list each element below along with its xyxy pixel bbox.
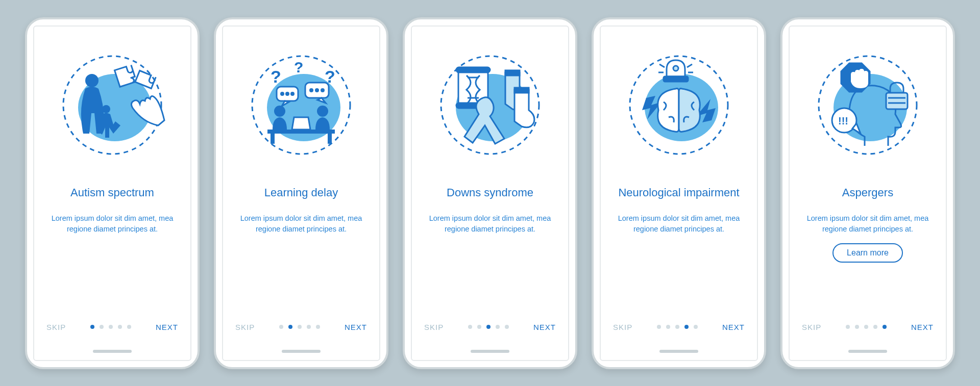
home-indicator	[471, 350, 509, 353]
pagination-dot[interactable]	[127, 325, 131, 329]
onboarding-footer: SKIP NEXT	[790, 323, 946, 331]
pagination-dot[interactable]	[100, 325, 104, 329]
skip-button[interactable]: SKIP	[802, 323, 821, 331]
pagination-dot[interactable]	[496, 325, 500, 329]
skip-button[interactable]: SKIP	[613, 323, 632, 331]
phone-mockup: Learning delay Lorem ipsum dolor sit dim…	[214, 17, 388, 369]
next-button[interactable]: NEXT	[911, 323, 934, 331]
pagination-dot[interactable]	[684, 325, 689, 329]
pagination-dot[interactable]	[307, 325, 311, 329]
phone-mockup: Neurological impairment Lorem ipsum dolo…	[592, 17, 766, 369]
screen-description: Lorem ipsum dolor sit dim amet, mea regi…	[48, 213, 176, 236]
pagination-dot[interactable]	[864, 325, 868, 329]
pagination-dot[interactable]	[118, 325, 122, 329]
onboarding-footer: SKIP NEXT	[223, 323, 379, 331]
phone-mockup: Aspergers Lorem ipsum dolor sit dim amet…	[780, 17, 955, 369]
pagination-dot[interactable]	[666, 325, 670, 329]
home-indicator	[282, 350, 321, 353]
pagination-dots	[846, 325, 887, 329]
pagination-dots	[279, 325, 320, 329]
pagination-dot[interactable]	[694, 325, 698, 329]
screen-description: Lorem ipsum dolor sit dim amet, mea regi…	[426, 213, 554, 236]
pagination-dot[interactable]	[657, 325, 661, 329]
pagination-dot[interactable]	[855, 325, 859, 329]
learn-more-button[interactable]: Learn more	[832, 243, 903, 263]
pagination-dots	[468, 325, 509, 329]
onboarding-screen: Neurological impairment Lorem ipsum dolo…	[600, 25, 758, 361]
next-button[interactable]: NEXT	[345, 323, 367, 331]
home-indicator	[848, 350, 887, 353]
pagination-dot[interactable]	[316, 325, 320, 329]
screen-title: Neurological impairment	[618, 178, 739, 207]
skip-button[interactable]: SKIP	[424, 323, 444, 331]
home-indicator	[93, 350, 132, 353]
pagination-dot[interactable]	[675, 325, 679, 329]
phone-mockup: Autism spectrum Lorem ipsum dolor sit di…	[25, 17, 200, 369]
pagination-dot[interactable]	[90, 325, 94, 329]
pagination-dot[interactable]	[288, 325, 292, 329]
pagination-dot[interactable]	[846, 325, 850, 329]
pagination-dot[interactable]	[468, 325, 472, 329]
pagination-dots	[657, 325, 698, 329]
onboarding-screen: Aspergers Lorem ipsum dolor sit dim amet…	[789, 25, 947, 361]
pagination-dot[interactable]	[883, 325, 887, 329]
onboarding-footer: SKIP NEXT	[412, 323, 568, 331]
screen-description: Lorem ipsum dolor sit dim amet, mea regi…	[615, 213, 743, 236]
neurological-impairment-icon	[623, 49, 735, 161]
next-button[interactable]: NEXT	[156, 323, 178, 331]
next-button[interactable]: NEXT	[722, 323, 745, 331]
onboarding-screen: Downs syndrome Lorem ipsum dolor sit dim…	[411, 25, 569, 361]
next-button[interactable]: NEXT	[533, 323, 556, 331]
downs-syndrome-icon	[434, 49, 546, 161]
skip-button[interactable]: SKIP	[46, 323, 66, 331]
pagination-dot[interactable]	[477, 325, 481, 329]
onboarding-screen: Learning delay Lorem ipsum dolor sit dim…	[222, 25, 380, 361]
aspergers-icon	[812, 49, 924, 161]
screen-description: Lorem ipsum dolor sit dim amet, mea regi…	[804, 213, 932, 236]
pagination-dot[interactable]	[109, 325, 113, 329]
pagination-dot[interactable]	[298, 325, 302, 329]
pagination-dot[interactable]	[873, 325, 877, 329]
onboarding-screen: Autism spectrum Lorem ipsum dolor sit di…	[33, 25, 191, 361]
pagination-dots	[90, 325, 131, 329]
onboarding-footer: SKIP NEXT	[34, 323, 190, 331]
onboarding-footer: SKIP NEXT	[601, 323, 757, 331]
home-indicator	[659, 350, 698, 353]
screen-title: Autism spectrum	[70, 178, 154, 207]
screen-description: Lorem ipsum dolor sit dim amet, mea regi…	[237, 213, 365, 236]
screen-title: Aspergers	[842, 178, 893, 207]
pagination-dot[interactable]	[486, 325, 491, 329]
phone-mockup: Downs syndrome Lorem ipsum dolor sit dim…	[403, 17, 577, 369]
pagination-dot[interactable]	[505, 325, 509, 329]
screen-title: Learning delay	[264, 178, 338, 207]
screen-title: Downs syndrome	[447, 178, 533, 207]
autism-icon	[56, 49, 168, 161]
learning-delay-icon	[245, 49, 357, 161]
pagination-dot[interactable]	[279, 325, 283, 329]
skip-button[interactable]: SKIP	[235, 323, 255, 331]
